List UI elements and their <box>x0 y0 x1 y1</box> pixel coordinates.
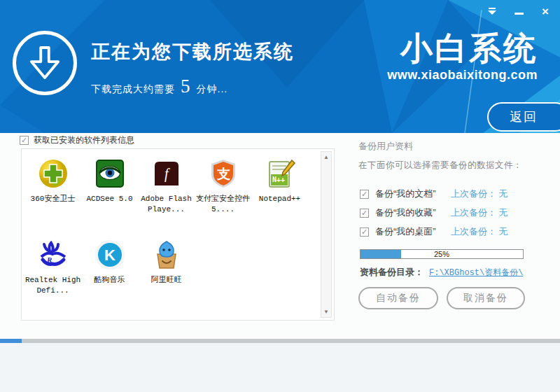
360-safety-icon <box>37 158 69 190</box>
scrollbar-down-icon[interactable]: ▼ <box>321 307 331 317</box>
backup-panel-title: 备份用户资料 <box>358 140 413 153</box>
download-circle-icon <box>13 31 77 95</box>
installed-software-panel: 360安全卫士 ACDSee 5.0 <box>21 148 335 321</box>
minimize-icon[interactable] <box>511 4 526 18</box>
notepad-plus-icon: N++ <box>264 158 296 190</box>
download-arrow-icon <box>29 46 61 80</box>
svg-text:支: 支 <box>216 167 230 181</box>
subtitle-minutes: 5 <box>181 76 191 97</box>
subtitle-suffix: 分钟... <box>197 83 228 96</box>
backup-row-label: 备份“我的桌面” <box>375 225 451 238</box>
back-button[interactable]: 返回 <box>487 102 560 132</box>
backup-last-link[interactable]: 上次备份： 无 <box>451 188 508 200</box>
backup-row-label: 备份“我的文档” <box>375 188 451 200</box>
software-item-aliwangwang[interactable]: 阿里旺旺 <box>138 234 195 313</box>
flash-player-icon: f <box>150 158 183 190</box>
software-item-alipay[interactable]: 支 支付宝安全控件 5.... <box>195 153 251 232</box>
status-bar: 下载状态： 正在下载 保存路径： F:\XBGhost\xiaobai_win7… <box>0 343 560 392</box>
backup-favorites-checkbox[interactable]: ✓ <box>360 209 369 218</box>
software-scrollbar[interactable]: ▲ ▼ <box>321 151 332 318</box>
software-item-label: 酷狗音乐 <box>82 275 138 286</box>
software-item-label: 360安全卫士 <box>25 194 81 204</box>
software-item-realtek[interactable]: R Realtek High Defi... <box>24 234 81 313</box>
window-controls: × <box>484 4 553 18</box>
kugou-icon: K <box>94 239 126 271</box>
aliwangwang-icon <box>150 239 183 271</box>
realtek-icon: R <box>37 239 69 271</box>
backup-progress-text: 25% <box>360 250 523 258</box>
software-item-label: ACDSee 5.0 <box>82 194 138 204</box>
app-window: × 正在为您下载所选系统 下载完成大约需要 5 分钟... 小白系统 www.x… <box>0 0 560 392</box>
scrollbar-up-icon[interactable]: ▲ <box>321 152 331 162</box>
svg-text:K: K <box>104 246 115 264</box>
software-item-label: 阿里旺旺 <box>139 275 195 286</box>
subtitle-prefix: 下载完成大约需要 <box>91 83 175 96</box>
backup-documents-checkbox[interactable]: ✓ <box>360 190 369 199</box>
backup-row-desktop: ✓ 备份“我的桌面” 上次备份： 无 <box>360 225 508 238</box>
software-item-acdsee[interactable]: ACDSee 5.0 <box>81 153 138 232</box>
close-icon[interactable]: × <box>538 4 553 18</box>
backup-dir-row: 资料备份目录： F:\XBGhost\资料备份\ <box>360 266 523 279</box>
brand-logo: 小白系统 <box>387 31 538 66</box>
svg-text:R: R <box>46 255 52 264</box>
backup-dir-link[interactable]: F:\XBGhost\资料备份\ <box>429 267 523 279</box>
backup-last-link[interactable]: 上次备份： 无 <box>451 206 508 219</box>
software-list-checkbox-row: ✓ 获取已安装的软件列表信息 <box>20 134 134 146</box>
backup-progress-bar: 25% <box>360 249 524 259</box>
header-title-block: 正在为您下载所选系统 下载完成大约需要 5 分钟... <box>91 39 294 97</box>
software-item-notepadpp[interactable]: N++ Notepad++ <box>251 153 308 232</box>
header: × 正在为您下载所选系统 下载完成大约需要 5 分钟... 小白系统 www.x… <box>0 0 560 133</box>
software-item-kugou[interactable]: K 酷狗音乐 <box>81 234 138 313</box>
backup-panel-description: 在下面你可以选择需要备份的数据文件： <box>358 160 522 172</box>
alipay-shield-icon: 支 <box>207 158 239 190</box>
acdsee-icon <box>94 158 126 190</box>
backup-dir-label: 资料备份目录： <box>360 266 424 279</box>
page-title: 正在为您下载所选系统 <box>91 39 294 64</box>
software-item-flash[interactable]: f Adobe Flash Playe... <box>138 153 195 232</box>
backup-desktop-checkbox[interactable]: ✓ <box>360 227 369 237</box>
main-content: ✓ 获取已安装的软件列表信息 360安全卫士 <box>0 133 560 339</box>
software-item-label: Adobe Flash Playe... <box>139 194 195 215</box>
brand-url: www.xiaobaixitong.com <box>387 68 538 83</box>
software-item-label: Notepad++ <box>252 194 308 204</box>
auto-backup-button[interactable]: 自动备份 <box>358 287 438 309</box>
backup-row-favorites: ✓ 备份“我的收藏” 上次备份： 无 <box>360 206 508 219</box>
backup-last-link[interactable]: 上次备份： 无 <box>451 225 508 238</box>
backup-row-label: 备份“我的收藏” <box>375 206 451 219</box>
software-list-checkbox-label: 获取已安装的软件列表信息 <box>34 134 134 146</box>
page-subtitle: 下载完成大约需要 5 分钟... <box>91 76 294 97</box>
brand-block: 小白系统 www.xiaobaixitong.com <box>387 31 538 83</box>
svg-text:N++: N++ <box>272 176 285 183</box>
collapse-icon[interactable] <box>484 4 500 18</box>
backup-row-documents: ✓ 备份“我的文档” 上次备份： 无 <box>360 188 508 200</box>
software-item-360[interactable]: 360安全卫士 <box>24 153 81 232</box>
software-list-checkbox[interactable]: ✓ <box>20 136 29 145</box>
cancel-backup-button[interactable]: 取消备份 <box>447 287 525 309</box>
software-grid: 360安全卫士 ACDSee 5.0 <box>24 153 313 316</box>
software-item-label: 支付宝安全控件 5.... <box>195 194 251 215</box>
software-item-label: Realtek High Defi... <box>25 275 81 296</box>
